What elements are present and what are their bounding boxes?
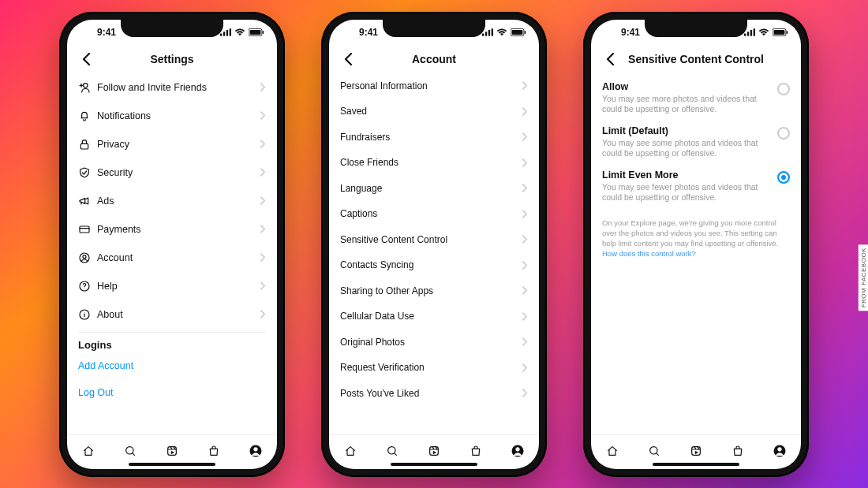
notch: [383, 20, 485, 37]
back-button[interactable]: [339, 53, 357, 65]
reels-icon[interactable]: [425, 442, 443, 460]
settings-item-security[interactable]: Security: [78, 158, 266, 187]
shop-icon[interactable]: [729, 442, 746, 460]
settings-item-ads[interactable]: Ads: [78, 187, 266, 215]
svg-rect-31: [744, 33, 746, 35]
option-title: Limit (Default): [602, 125, 769, 136]
chevron-right-icon: [260, 196, 266, 205]
chevron-right-icon: [260, 140, 266, 148]
account-item-saved[interactable]: Saved: [340, 99, 528, 125]
lock-icon: [78, 138, 97, 151]
info-icon: [78, 308, 97, 321]
help-icon: [78, 280, 97, 292]
account-item-personal-information[interactable]: Personal Information: [340, 73, 528, 99]
settings-item-label: Payments: [97, 224, 260, 235]
settings-item-follow-and-invite-friends[interactable]: Follow and Invite Friends: [78, 73, 266, 102]
account-item-contacts-syncing[interactable]: Contacts Syncing: [340, 252, 528, 278]
footnote: On your Explore page, we're giving you m…: [602, 218, 790, 259]
settings-item-label: Ads: [97, 196, 260, 207]
chevron-right-icon: [260, 111, 266, 120]
account-item-label: Cellular Data Use: [340, 311, 414, 322]
search-icon[interactable]: [645, 442, 663, 460]
wifi-icon: [234, 28, 245, 36]
option-allow[interactable]: Allow You may see more photos and videos…: [602, 73, 790, 117]
shop-icon[interactable]: [467, 442, 485, 460]
account-item-label: Language: [340, 183, 382, 194]
search-icon[interactable]: [383, 442, 401, 460]
image-credit: FROM FACEBOOK: [859, 244, 869, 311]
option-title: Allow: [602, 81, 769, 92]
svg-point-13: [84, 288, 85, 289]
account-item-cellular-data-use[interactable]: Cellular Data Use: [340, 304, 528, 330]
chevron-right-icon: [260, 310, 266, 319]
account-item-language[interactable]: Language: [340, 176, 528, 202]
chevron-right-icon: [522, 261, 528, 270]
settings-item-help[interactable]: Help: [78, 272, 266, 300]
home-indicator: [653, 463, 739, 466]
svg-rect-8: [80, 143, 88, 149]
page-title: Sensitive Content Control: [619, 53, 773, 65]
settings-item-privacy[interactable]: Privacy: [78, 130, 266, 158]
profile-icon[interactable]: [247, 442, 264, 460]
user-circle-icon: [78, 251, 97, 264]
svg-rect-21: [485, 32, 487, 35]
account-item-label: Saved: [340, 106, 367, 117]
svg-rect-28: [430, 447, 439, 456]
option-limit-even-more[interactable]: Limit Even More You may see fewer photos…: [602, 162, 790, 206]
account-item-captions[interactable]: Captions: [340, 201, 528, 227]
chevron-right-icon: [260, 225, 266, 233]
chevron-right-icon: [522, 184, 528, 192]
account-item-original-photos[interactable]: Original Photos: [340, 330, 528, 356]
settings-item-account[interactable]: Account: [78, 244, 266, 272]
reels-icon[interactable]: [163, 442, 181, 460]
svg-point-19: [254, 447, 258, 451]
phone-account: 9:41 Account Personal Information Saved …: [321, 12, 547, 477]
account-item-request-verification[interactable]: Request Verification: [340, 355, 528, 381]
account-item-label: Sharing to Other Apps: [340, 285, 433, 296]
radio-button[interactable]: [777, 171, 790, 184]
home-icon[interactable]: [342, 442, 359, 460]
svg-rect-25: [512, 29, 523, 34]
home-icon[interactable]: [604, 442, 621, 460]
account-item-label: Posts You've Liked: [340, 388, 419, 399]
chevron-right-icon: [260, 281, 266, 290]
account-item-label: Request Verification: [340, 362, 425, 373]
chevron-right-icon: [522, 81, 528, 90]
profile-icon[interactable]: [771, 442, 788, 460]
back-button[interactable]: [600, 53, 619, 65]
battery-icon: [773, 28, 788, 36]
settings-item-about[interactable]: About: [78, 300, 266, 329]
option-limit-default-[interactable]: Limit (Default) You may see some photos …: [602, 117, 790, 162]
radio-button[interactable]: [777, 127, 790, 140]
account-item-fundraisers[interactable]: Fundraisers: [340, 125, 528, 151]
log-out-link[interactable]: Log Out: [78, 387, 266, 398]
how-does-this-work-link[interactable]: How does this control work?: [602, 249, 696, 258]
settings-item-label: About: [97, 309, 260, 320]
settings-item-notifications[interactable]: Notifications: [78, 102, 266, 130]
chevron-right-icon: [260, 168, 266, 177]
settings-item-payments[interactable]: Payments: [78, 215, 266, 244]
search-icon[interactable]: [122, 442, 139, 460]
battery-icon: [511, 28, 526, 36]
option-description: You may see more photos and videos that …: [602, 94, 769, 114]
account-item-sensitive-content-control[interactable]: Sensitive Content Control: [340, 227, 528, 253]
profile-icon[interactable]: [509, 442, 526, 460]
settings-item-label: Follow and Invite Friends: [97, 82, 260, 93]
header: Settings: [67, 45, 277, 73]
chevron-right-icon: [522, 132, 528, 141]
account-item-close-friends[interactable]: Close Friends: [340, 150, 528, 176]
add-account-link[interactable]: Add Account: [78, 360, 266, 371]
chevron-right-icon: [522, 210, 528, 218]
radio-button[interactable]: [777, 83, 790, 95]
shop-icon[interactable]: [205, 442, 223, 460]
account-item-sharing-to-other-apps[interactable]: Sharing to Other Apps: [340, 278, 528, 304]
reels-icon[interactable]: [687, 442, 705, 460]
chevron-right-icon: [522, 312, 528, 321]
svg-rect-22: [488, 29, 490, 35]
account-item-posts-you-ve-liked[interactable]: Posts You've Liked: [340, 381, 528, 407]
back-button[interactable]: [77, 53, 95, 65]
home-icon[interactable]: [80, 442, 97, 460]
settings-item-label: Account: [97, 252, 260, 263]
card-icon: [78, 223, 97, 236]
svg-rect-34: [754, 28, 755, 35]
